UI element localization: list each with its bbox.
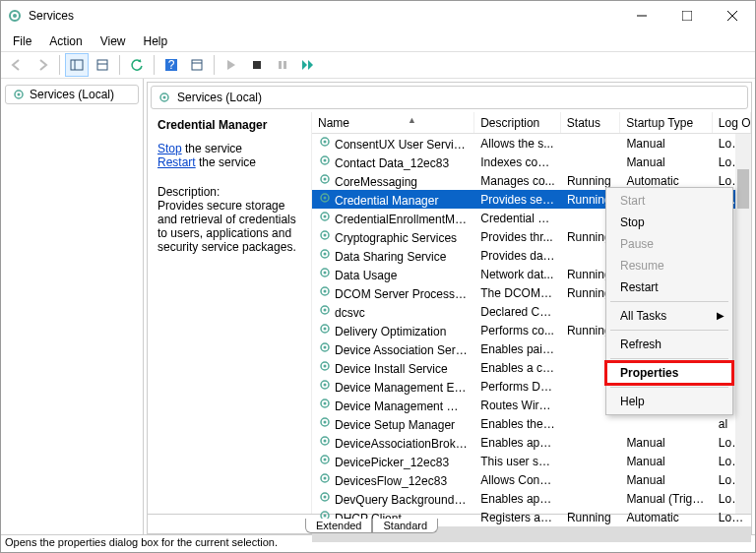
refresh-button[interactable] bbox=[125, 53, 149, 77]
service-row[interactable]: DeviceAssociationBroker_12...Enables app… bbox=[312, 433, 751, 452]
service-description: Provides sec... bbox=[474, 193, 561, 207]
svg-rect-12 bbox=[192, 60, 202, 70]
svg-point-44 bbox=[324, 346, 327, 349]
restart-service-button[interactable] bbox=[296, 53, 320, 77]
service-name: Data Usage bbox=[335, 269, 397, 282]
toolbar-separator bbox=[59, 55, 60, 75]
restart-service-link[interactable]: Restart bbox=[158, 155, 196, 169]
close-button[interactable] bbox=[710, 1, 755, 31]
nav-back-button[interactable] bbox=[5, 53, 29, 77]
service-row[interactable]: DevicePicker_12ec83This user ser...Manua… bbox=[312, 452, 751, 470]
col-name[interactable]: Name bbox=[312, 112, 474, 133]
menu-file[interactable]: File bbox=[5, 32, 39, 50]
tab-standard[interactable]: Standard bbox=[372, 519, 438, 533]
svg-point-20 bbox=[163, 96, 166, 99]
service-row[interactable]: Device Setup ManagerEnables the ...al bbox=[312, 414, 751, 433]
toolbar-separator bbox=[154, 55, 155, 75]
vertical-scrollbar[interactable] bbox=[735, 134, 751, 514]
service-name: Device Management Enroll... bbox=[335, 381, 474, 395]
service-name: Data Sharing Service bbox=[335, 250, 446, 264]
result-pane-title: Services (Local) bbox=[177, 91, 262, 104]
service-row[interactable]: Contact Data_12ec83Indexes cont...Manual… bbox=[312, 153, 751, 171]
svg-point-38 bbox=[324, 290, 327, 293]
context-menu: Start Stop Pause Resume Restart All Task… bbox=[605, 187, 733, 415]
service-startup: Manual bbox=[620, 455, 712, 468]
gear-icon bbox=[318, 247, 332, 261]
scroll-thumb[interactable] bbox=[737, 169, 749, 209]
service-description: Enables pairi... bbox=[474, 342, 561, 356]
service-name: DevQuery Background Disc... bbox=[335, 493, 474, 507]
list-header[interactable]: ▲ Name Description Status Startup Type L… bbox=[312, 112, 751, 134]
svg-rect-3 bbox=[682, 11, 692, 21]
help-button[interactable]: ? bbox=[159, 53, 183, 77]
service-description: Network dat... bbox=[474, 268, 561, 281]
minimize-button[interactable] bbox=[619, 1, 664, 31]
maximize-button[interactable] bbox=[664, 1, 710, 31]
menu-view[interactable]: View bbox=[93, 32, 134, 50]
gear-icon bbox=[318, 415, 332, 429]
gear-icon bbox=[318, 434, 332, 448]
show-hide-tree-button[interactable] bbox=[65, 53, 89, 77]
cm-all-tasks[interactable]: All Tasks▶ bbox=[606, 305, 732, 327]
start-service-button[interactable] bbox=[220, 53, 243, 77]
service-name: Credential Manager bbox=[335, 194, 438, 208]
tab-extended[interactable]: Extended bbox=[305, 519, 372, 533]
service-description: Indexes cont... bbox=[474, 155, 561, 169]
service-description: Performs co... bbox=[474, 324, 561, 338]
menu-action[interactable]: Action bbox=[41, 32, 90, 50]
service-startup: Automatic bbox=[620, 174, 712, 188]
description-label: Description: bbox=[158, 185, 301, 199]
properties-toolbar-button[interactable] bbox=[185, 53, 209, 77]
service-description: Enables the ... bbox=[474, 417, 561, 431]
svg-point-28 bbox=[324, 197, 327, 200]
service-name: DCOM Server Process Launc... bbox=[335, 287, 474, 301]
service-name: DevicesFlow_12ec83 bbox=[335, 474, 447, 488]
cm-help[interactable]: Help bbox=[606, 391, 732, 412]
gear-icon bbox=[318, 228, 332, 242]
col-logon[interactable]: Log On As bbox=[713, 112, 751, 133]
cm-properties[interactable]: Properties bbox=[606, 362, 732, 384]
gear-icon bbox=[318, 453, 332, 466]
gear-icon bbox=[318, 322, 332, 336]
gear-icon bbox=[318, 154, 332, 167]
service-row[interactable]: ConsentUX User Service_12e...Allows the … bbox=[312, 134, 751, 153]
console-tree[interactable]: Services (Local) bbox=[1, 79, 144, 534]
col-startup-type[interactable]: Startup Type bbox=[620, 112, 712, 133]
toolbar-separator bbox=[119, 55, 120, 75]
cm-separator bbox=[610, 358, 728, 359]
svg-point-52 bbox=[324, 421, 327, 424]
service-name: ConsentUX User Service_12e... bbox=[335, 138, 474, 152]
service-row[interactable]: DevQuery Background Disc...Enables app..… bbox=[312, 489, 751, 508]
cm-restart[interactable]: Restart bbox=[606, 276, 732, 298]
description-text: Provides secure storage and retrieval of… bbox=[158, 199, 301, 254]
svg-point-32 bbox=[324, 234, 327, 237]
service-name: Device Setup Manager bbox=[335, 418, 455, 432]
service-description: Enables app... bbox=[474, 492, 561, 506]
svg-point-60 bbox=[324, 496, 327, 499]
nav-forward-button[interactable] bbox=[31, 53, 54, 77]
service-name: Cryptographic Services bbox=[335, 231, 457, 245]
svg-point-58 bbox=[324, 477, 327, 480]
tree-root-label: Services (Local) bbox=[30, 88, 114, 101]
cm-stop[interactable]: Stop bbox=[606, 212, 732, 233]
service-description: Performs De... bbox=[474, 380, 561, 394]
service-row[interactable]: DevicesFlow_12ec83Allows Conn...ManualLo… bbox=[312, 470, 751, 489]
pause-service-button[interactable] bbox=[271, 53, 294, 77]
svg-point-40 bbox=[324, 309, 327, 312]
stop-service-link[interactable]: Stop bbox=[158, 142, 182, 155]
export-list-button[interactable] bbox=[91, 53, 114, 77]
stop-service-button[interactable] bbox=[245, 53, 269, 77]
cm-pause: Pause bbox=[606, 233, 732, 255]
col-status[interactable]: Status bbox=[561, 112, 621, 133]
service-description: Provides dat... bbox=[474, 249, 561, 263]
col-description[interactable]: Description bbox=[474, 112, 561, 133]
svg-point-46 bbox=[324, 365, 327, 368]
cm-refresh[interactable]: Refresh bbox=[606, 334, 732, 355]
gear-icon bbox=[12, 88, 26, 101]
service-name: CoreMessaging bbox=[335, 175, 417, 189]
menu-help[interactable]: Help bbox=[136, 32, 176, 50]
tree-root-services-local[interactable]: Services (Local) bbox=[5, 85, 139, 104]
service-description: Declared Co... bbox=[474, 305, 561, 319]
svg-point-42 bbox=[324, 328, 327, 331]
service-description: This user ser... bbox=[474, 455, 561, 468]
